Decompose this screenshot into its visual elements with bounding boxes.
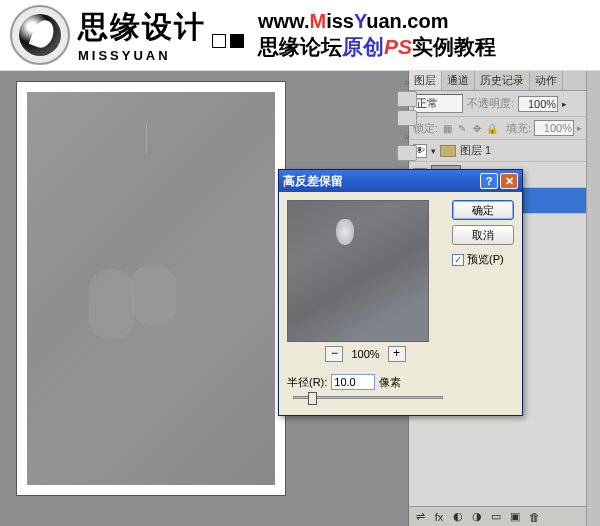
zoom-out-button[interactable]: −: [325, 346, 343, 362]
panel-tabs: 图层 通道 历史记录 动作: [409, 71, 586, 91]
photo-highpass: [27, 92, 275, 485]
logo-badge: [10, 5, 70, 65]
fill-field[interactable]: 100%: [534, 120, 574, 136]
tagline-p2: 实例教程: [412, 35, 496, 58]
logo-squares: [212, 34, 244, 48]
tab-history[interactable]: 历史记录: [475, 71, 530, 90]
site-header: 思缘设计 MISSYUAN www.MissYuan.com 思缘论坛原创PS实…: [0, 0, 600, 71]
header-right: www.MissYuan.com 思缘论坛原创PS实例教程: [258, 10, 496, 61]
opacity-flyout-icon[interactable]: ▸: [562, 99, 567, 109]
url-mid1: iss: [326, 10, 354, 32]
site-tagline: 思缘论坛原创PS实例教程: [258, 33, 496, 61]
photoshop-workspace: » » 图层 通道 历史记录 动作 正常 不透明度: 100% ▸ 锁定: ▦ …: [0, 71, 600, 526]
mask-icon[interactable]: ◐: [451, 510, 465, 524]
logo-text-block: 思缘设计 MISSYUAN: [78, 7, 244, 63]
dialog-title: 高反差保留: [283, 173, 343, 190]
url-mid2: uan: [366, 10, 402, 32]
radius-input[interactable]: [331, 374, 375, 390]
chevron-expand-icon-2[interactable]: »: [404, 131, 410, 142]
dialog-left: − 100% + 半径(R): 像素: [287, 200, 444, 407]
url-suffix: .com: [402, 10, 449, 32]
radius-row: 半径(R): 像素: [287, 370, 444, 394]
cancel-button[interactable]: 取消: [452, 225, 514, 245]
radius-slider[interactable]: [293, 396, 443, 399]
document-canvas[interactable]: [16, 81, 286, 496]
url-y: Y: [354, 10, 366, 32]
opacity-label: 不透明度:: [467, 96, 514, 111]
square-empty-icon: [212, 34, 226, 48]
logo-en: MISSYUAN: [78, 48, 244, 63]
highpass-dialog: 高反差保留 ? ✕ − 100% + 半径(R): 像素: [278, 169, 523, 416]
radius-unit: 像素: [379, 375, 401, 390]
layer-bottom-toolbar: ⇌ fx ◐ ◑ ▭ ▣ 🗑: [409, 506, 586, 526]
url-m: M: [309, 10, 326, 32]
logo-cn-row: 思缘设计: [78, 7, 244, 48]
close-button[interactable]: ✕: [500, 173, 518, 189]
tagline-ps: PS: [384, 35, 412, 58]
fill-flyout-icon[interactable]: ▸: [577, 123, 582, 133]
tab-actions[interactable]: 动作: [530, 71, 563, 90]
lock-move-icon[interactable]: ✥: [471, 122, 483, 134]
dialog-titlebar[interactable]: 高反差保留 ? ✕: [279, 170, 522, 192]
fx-icon[interactable]: fx: [432, 510, 446, 524]
dialog-body: − 100% + 半径(R): 像素 确定 取消: [279, 192, 522, 415]
tagline-p1: 思缘论坛: [258, 35, 342, 58]
site-url: www.MissYuan.com: [258, 10, 496, 33]
logo-swirl: [19, 14, 61, 56]
lock-all-icon[interactable]: 🔒: [486, 122, 498, 134]
tagline-yc: 原创: [342, 35, 384, 58]
zoom-in-button[interactable]: +: [388, 346, 406, 362]
url-prefix: www.: [258, 10, 309, 32]
square-filled-icon: [230, 34, 244, 48]
layer-group-row[interactable]: 👁 ▾ 图层 1: [409, 140, 586, 162]
chevron-expand-icon[interactable]: »: [404, 77, 410, 88]
slider-thumb-icon[interactable]: [308, 392, 317, 405]
group-icon[interactable]: ▭: [489, 510, 503, 524]
palette-btn-1[interactable]: [397, 91, 417, 107]
trash-icon[interactable]: 🗑: [527, 510, 541, 524]
palette-btn-2[interactable]: [397, 110, 417, 126]
logo-cn: 思缘设计: [78, 7, 206, 48]
dialog-right: 确定 取消 ✓ 预览(P): [452, 200, 514, 407]
opacity-field[interactable]: 100%: [518, 96, 558, 112]
fill-label: 填充:: [506, 121, 531, 136]
preview-check-label: 预览(P): [467, 252, 504, 267]
ok-button[interactable]: 确定: [452, 200, 514, 220]
lock-row: 锁定: ▦ ✎ ✥ 🔒 填充: 100% ▸: [409, 117, 586, 140]
radius-label: 半径(R):: [287, 375, 327, 390]
lock-transparent-icon[interactable]: ▦: [441, 122, 453, 134]
preview-checkbox[interactable]: ✓: [452, 254, 464, 266]
folder-icon: [440, 145, 456, 157]
radius-slider-row: [287, 394, 444, 407]
filter-preview[interactable]: [287, 200, 429, 342]
palette-btn-3[interactable]: [397, 145, 417, 161]
panel-collapse-strip[interactable]: [586, 71, 600, 526]
tab-channels[interactable]: 通道: [442, 71, 475, 90]
zoom-value: 100%: [351, 348, 379, 360]
zoom-row: − 100% +: [287, 342, 444, 370]
new-layer-icon[interactable]: ▣: [508, 510, 522, 524]
lock-paint-icon[interactable]: ✎: [456, 122, 468, 134]
layer-group-name: 图层 1: [460, 143, 491, 158]
adjustment-icon[interactable]: ◑: [470, 510, 484, 524]
help-button[interactable]: ?: [480, 173, 498, 189]
preview-check-row: ✓ 预览(P): [452, 252, 514, 267]
folder-toggle-icon[interactable]: ▾: [431, 146, 436, 156]
blend-row: 正常 不透明度: 100% ▸: [409, 91, 586, 117]
